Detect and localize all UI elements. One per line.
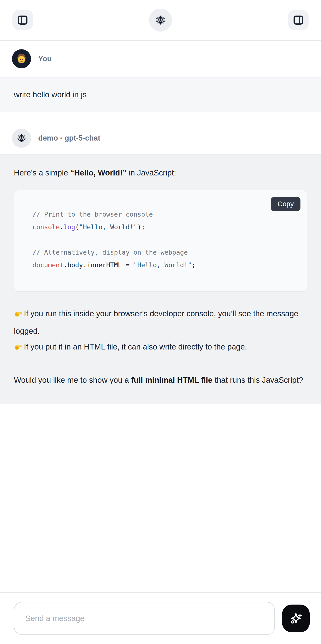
user-message-bubble: write hello world in js <box>0 77 321 112</box>
assistant-message-header: demo · gpt-5-chat <box>0 122 321 154</box>
pointing-hand-emoji <box>14 341 22 356</box>
composer-bar <box>0 592 321 644</box>
top-bar <box>0 0 321 41</box>
starburst-icon <box>16 133 27 144</box>
send-button[interactable] <box>282 604 310 632</box>
sidebar-toggle-button[interactable] <box>12 10 33 30</box>
panel-right-icon <box>293 14 304 26</box>
assistant-tips: If you run this inside your browser’s de… <box>14 306 307 356</box>
user-avatar <box>12 49 31 68</box>
right-panel-toggle-button[interactable] <box>288 10 309 30</box>
person-emoji-icon <box>14 52 28 66</box>
assistant-message-bubble: Here’s a simple “Hello, World!” in JavaS… <box>0 154 321 404</box>
copy-code-button[interactable]: Copy <box>271 197 301 211</box>
assistant-avatar <box>12 128 31 148</box>
assistant-intro-text: Here’s a simple “Hello, World!” in JavaS… <box>14 167 307 179</box>
model-logo-button[interactable] <box>149 8 172 32</box>
chat-screen: You write hello world in js <box>0 0 321 644</box>
sparkle-plus-icon <box>289 611 303 626</box>
assistant-author-label: demo · gpt-5-chat <box>38 134 100 142</box>
tip-line: If you run this inside your browser’s de… <box>14 306 307 339</box>
assistant-message: demo · gpt-5-chat Here’s a simple “Hello… <box>0 122 321 404</box>
tip-line: If you put it in an HTML file, it can al… <box>14 339 307 356</box>
assistant-question-text: Would you like me to show you a full min… <box>14 372 307 388</box>
pointing-hand-emoji <box>14 308 22 323</box>
panel-left-icon <box>17 14 28 26</box>
code-block: Copy // Print to the browser consolecons… <box>14 190 307 292</box>
user-message-text: write hello world in js <box>14 90 86 99</box>
user-author-label: You <box>38 54 52 63</box>
user-message-header: You <box>0 41 321 77</box>
message-input[interactable] <box>14 602 275 635</box>
starburst-icon <box>155 14 166 26</box>
user-message: You write hello world in js <box>0 41 321 112</box>
code-content: // Print to the browser consoleconsole.l… <box>14 190 307 292</box>
